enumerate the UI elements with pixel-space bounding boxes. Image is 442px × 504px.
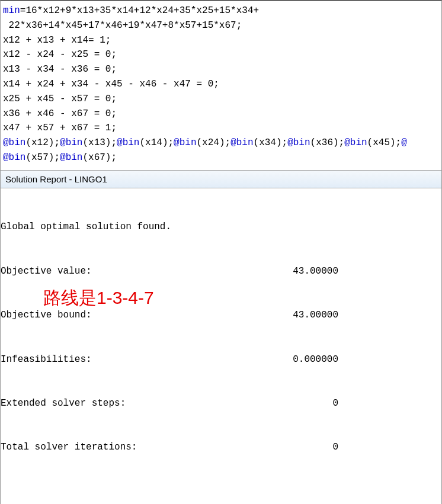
bin-keyword: @bin xyxy=(60,152,82,163)
summary-row: Total solver iterations:0 xyxy=(1,440,441,455)
summary-label: Extended solver steps: xyxy=(1,396,172,411)
constraint-line: x25 + x45 - x57 = 0; xyxy=(3,94,117,104)
code-editor-panel[interactable]: min=16*x12+9*x13+35*x14+12*x24+35*x25+15… xyxy=(0,0,442,171)
constraint-line: x47 + x57 + x67 = 1; xyxy=(3,123,117,133)
bin-var: x45 xyxy=(373,137,390,148)
report-body: Global optimal solution found. Objective… xyxy=(1,188,441,504)
summary-label: Total solver iterations: xyxy=(1,440,172,455)
bin-keyword: @ xyxy=(401,137,407,148)
constraint-line: x36 + x46 - x67 = 0; xyxy=(3,108,117,119)
bin-keyword: @bin xyxy=(3,137,25,148)
bin-keyword: @bin xyxy=(230,137,253,148)
summary-value: 43.00000 xyxy=(172,308,338,323)
bin-var: x13 xyxy=(88,137,105,148)
bin-var: x24 xyxy=(202,137,219,148)
bin-keyword: @bin xyxy=(344,137,367,148)
constraint-line: x14 + x24 + x34 - x45 - x46 - x47 = 0; xyxy=(3,79,219,89)
status-line: Global optimal solution found. xyxy=(1,220,441,235)
bin-keyword: @bin xyxy=(287,137,310,148)
bin-keyword: @bin xyxy=(60,137,82,148)
summary-row: Objective value:43.00000 xyxy=(1,264,441,279)
bin-keyword: @bin xyxy=(117,137,139,148)
summary-value: 43.00000 xyxy=(172,264,338,279)
bin-keyword: @bin xyxy=(174,137,196,148)
bin-var: x12 xyxy=(31,137,49,148)
summary-value: 0 xyxy=(172,440,338,455)
min-keyword: min xyxy=(3,5,20,16)
summary-label: Infeasibilities: xyxy=(1,352,172,367)
bin-var: x57 xyxy=(31,152,49,163)
summary-value: 0.000000 xyxy=(172,352,338,367)
summary-label: Objective value: xyxy=(1,264,172,279)
bin-var: x36 xyxy=(316,137,333,148)
objective-part1: =16*x12+9*x13+35*x14+12*x24+35*x25+15*x3… xyxy=(20,5,259,16)
constraint-line: x12 - x24 - x25 = 0; xyxy=(3,49,117,60)
bin-var: x67 xyxy=(88,152,105,163)
constraint-line: x12 + x13 + x14= 1; xyxy=(3,35,111,46)
solution-report-panel: Solution Report - LINGO1 Global optimal … xyxy=(0,171,442,504)
summary-row: Infeasibilities:0.000000 xyxy=(1,352,441,367)
bin-keyword: @bin xyxy=(3,152,25,163)
constraint-line: x13 - x34 - x36 = 0; xyxy=(3,64,117,75)
route-annotation: 路线是1-3-4-7 xyxy=(43,284,154,312)
report-title-bar[interactable]: Solution Report - LINGO1 xyxy=(1,171,441,188)
summary-row: Extended solver steps:0 xyxy=(1,396,441,411)
bin-var: x34 xyxy=(259,137,276,148)
bin-var: x14 xyxy=(145,137,162,148)
summary-value: 0 xyxy=(172,396,338,411)
objective-part2: 22*x36+14*x45+17*x46+19*x47+8*x57+15*x67… xyxy=(3,20,242,31)
